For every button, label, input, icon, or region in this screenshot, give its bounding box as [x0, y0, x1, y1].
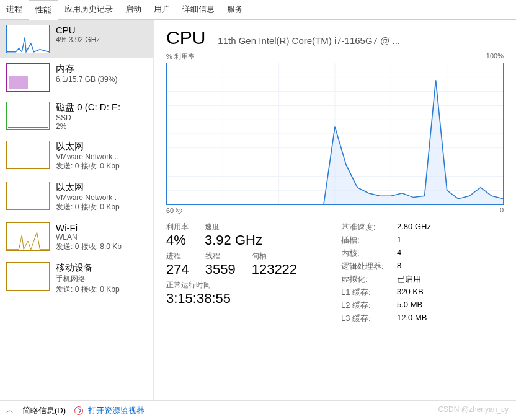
stat-进程: 进程274 [166, 251, 189, 278]
kv-row: L2 缓存:5.0 MB [341, 300, 504, 311]
stat-线程: 线程3559 [205, 251, 236, 278]
tab-6[interactable]: 服务 [221, 0, 249, 19]
chart-ylabel: % 利用率 [166, 52, 195, 61]
sidebar-item-0[interactable]: CPU4% 3.92 GHz [0, 20, 153, 58]
kv-row: 逻辑处理器:8 [341, 261, 504, 272]
sidebar-sub: 手机网络 [56, 274, 147, 284]
kv-row: 基准速度:2.80 GHz [341, 222, 504, 233]
chevron-up-icon[interactable]: ︿ [6, 405, 14, 416]
sidebar-sub: 6.1/15.7 GB (39%) [56, 75, 147, 84]
page-title: CPU [166, 27, 205, 48]
sidebar-thumb-1 [6, 63, 50, 92]
sidebar-sub2: 发送: 0 接收: 0 Kbp [56, 284, 147, 295]
sidebar-title: 内存 [56, 63, 147, 75]
chart-ymax: 100% [486, 52, 504, 61]
kv-row: L1 缓存:320 KB [341, 287, 504, 298]
stat-句柄: 句柄123222 [252, 251, 297, 278]
stat-速度: 速度3.92 GHz [205, 222, 262, 248]
resource-monitor-icon [74, 406, 83, 415]
cpu-usage-chart[interactable] [166, 63, 504, 205]
sidebar-item-1[interactable]: 内存6.1/15.7 GB (39%) [0, 58, 153, 97]
brief-info-button[interactable]: 简略信息(D) [22, 405, 66, 416]
kv-row: 内核:4 [341, 248, 504, 259]
sidebar-item-5[interactable]: Wi-FiWLAN发送: 0 接收: 8.0 Kb [0, 217, 153, 257]
sidebar-thumb-5 [6, 222, 50, 251]
uptime-label: 正常运行时间 [166, 280, 329, 291]
sidebar-thumb-4 [6, 182, 50, 210]
tab-1[interactable]: 性能 [29, 0, 58, 20]
sidebar-item-3[interactable]: 以太网VMware Network .发送: 0 接收: 0 Kbp [0, 136, 153, 177]
sidebar-title: Wi-Fi [56, 222, 147, 233]
tab-2[interactable]: 应用历史记录 [58, 0, 119, 19]
sidebar-thumb-2 [6, 102, 50, 130]
sidebar-sub: WLAN [56, 233, 147, 242]
kv-row: 虚拟化:已启用 [341, 274, 504, 285]
sidebar-sub2: 2% [56, 122, 147, 131]
tab-0[interactable]: 进程 [0, 0, 29, 19]
sidebar-title: 磁盘 0 (C: D: E: [56, 102, 147, 113]
sidebar-sub2: 发送: 0 接收: 0 Kbp [56, 161, 147, 172]
tab-bar: 进程性能应用历史记录启动用户详细信息服务 [0, 0, 516, 20]
tab-3[interactable]: 启动 [119, 0, 148, 19]
sidebar-item-6[interactable]: 移动设备手机网络发送: 0 接收: 0 Kbp [0, 257, 153, 300]
open-resource-monitor-link[interactable]: 打开资源监视器 [74, 405, 145, 416]
sidebar-thumb-3 [6, 141, 50, 169]
sidebar-sub: VMware Network . [56, 193, 147, 202]
sidebar-sub2: 发送: 0 接收: 8.0 Kb [56, 242, 147, 252]
sidebar-sub: 4% 3.92 GHz [56, 35, 147, 44]
sidebar: CPU4% 3.92 GHz内存6.1/15.7 GB (39%)磁盘 0 (C… [0, 20, 154, 401]
kv-row: L3 缓存:12.0 MB [341, 313, 504, 324]
uptime-value: 3:15:38:55 [166, 291, 329, 307]
sidebar-title: CPU [56, 25, 147, 35]
tab-4[interactable]: 用户 [148, 0, 176, 19]
sidebar-item-2[interactable]: 磁盘 0 (C: D: E:SSD2% [0, 97, 153, 136]
sidebar-thumb-0 [6, 25, 50, 53]
chart-xlabel-right: 0 [500, 206, 504, 216]
tab-5[interactable]: 详细信息 [176, 0, 221, 19]
content: CPU4% 3.92 GHz内存6.1/15.7 GB (39%)磁盘 0 (C… [0, 20, 516, 401]
sidebar-thumb-6 [6, 262, 50, 291]
sidebar-sub: SSD [56, 113, 147, 122]
stat-利用率: 利用率4% [166, 222, 189, 248]
sidebar-title: 移动设备 [56, 262, 147, 274]
sidebar-sub: VMware Network . [56, 152, 147, 161]
sidebar-item-4[interactable]: 以太网VMware Network .发送: 0 接收: 0 Kbp [0, 177, 153, 217]
sidebar-title: 以太网 [56, 182, 147, 193]
sidebar-title: 以太网 [56, 141, 147, 152]
chart-xlabel-left: 60 秒 [166, 206, 182, 216]
main-panel: CPU 11th Gen Intel(R) Core(TM) i7-1165G7… [154, 20, 516, 401]
watermark: CSDN @zhenyan_cy [438, 405, 509, 414]
kv-row: 插槽:1 [341, 235, 504, 246]
cpu-model: 11th Gen Intel(R) Core(TM) i7-1165G7 @ .… [218, 35, 504, 46]
resource-monitor-label: 打开资源监视器 [88, 406, 145, 415]
sidebar-sub2: 发送: 0 接收: 0 Kbp [56, 202, 147, 212]
